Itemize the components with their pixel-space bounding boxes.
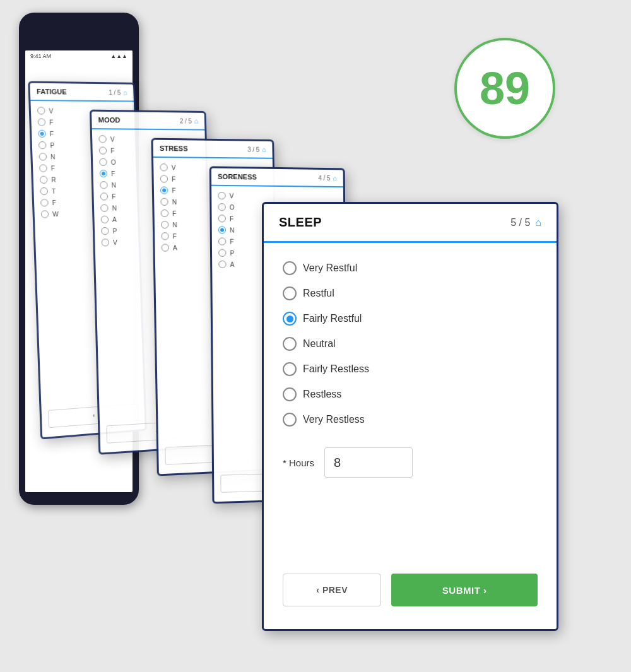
radio-btn[interactable] (37, 107, 45, 114)
radio-btn[interactable] (38, 141, 47, 149)
radio-btn[interactable] (100, 181, 108, 189)
fatigue-progress: 1 / 5 (109, 89, 121, 96)
radio-btn[interactable] (160, 163, 167, 171)
mood-meta: 2 / 5 ⌂ (180, 117, 199, 124)
signal: ▲▲▲ (110, 53, 127, 59)
label-restful: Restful (303, 288, 334, 299)
radio-btn[interactable] (161, 209, 168, 217)
option-neutral[interactable]: Neutral (283, 331, 538, 357)
fatigue-title: FATIGUE (37, 88, 67, 96)
radio-btn-selected[interactable] (160, 187, 168, 194)
radio-btn-very-restless[interactable] (283, 413, 297, 427)
fatigue-home-icon: ⌂ (123, 89, 127, 97)
main-scene: 89 9:41 AM ▲▲▲ FATIGUE 1 / 5 ⌂ V F F P N… (0, 0, 631, 672)
fatigue-meta: 1 / 5 ⌂ (109, 88, 127, 96)
radio-btn[interactable] (100, 192, 109, 200)
stress-progress: 3 / 5 (247, 146, 259, 153)
soreness-header: SORENESS 4 / 5 ⌂ (211, 168, 343, 187)
radio-btn[interactable] (101, 216, 109, 223)
score-value: 89 (480, 66, 530, 111)
radio-btn[interactable] (100, 204, 109, 212)
radio-btn-selected[interactable] (218, 226, 226, 233)
radio-btn[interactable] (218, 238, 226, 245)
radio-btn[interactable] (218, 249, 226, 257)
radio-btn[interactable] (161, 221, 168, 228)
radio-btn[interactable] (39, 164, 47, 172)
sleep-body: Very Restful Restful Fairly Restful Neut… (264, 243, 557, 490)
option-restless[interactable]: Restless (283, 382, 538, 407)
radio-btn[interactable] (40, 199, 49, 206)
time: 9:41 AM (30, 53, 51, 59)
label-very-restless: Very Restless (303, 414, 365, 425)
option-fairly-restless[interactable]: Fairly Restless (283, 357, 538, 382)
label-very-restful: Very Restful (303, 262, 357, 274)
stress-header: STRESS 3 / 5 ⌂ (153, 140, 273, 159)
option-fairly-restful[interactable]: Fairly Restful (283, 306, 538, 331)
sleep-meta: 5 / 5 ⌂ (510, 217, 541, 228)
sleep-progress: 5 / 5 (510, 217, 530, 228)
stress-meta: 3 / 5 ⌂ (247, 146, 266, 153)
radio-btn[interactable] (160, 175, 168, 182)
radio-btn[interactable] (99, 147, 107, 155)
label-neutral: Neutral (303, 338, 336, 350)
radio-btn[interactable] (102, 239, 110, 246)
sleep-home-icon[interactable]: ⌂ (535, 217, 541, 228)
radio-btn-restful[interactable] (283, 286, 297, 300)
stress-title: STRESS (160, 144, 188, 153)
radio-btn[interactable] (101, 227, 109, 235)
score-circle: 89 (454, 38, 555, 139)
radio-btn-fairly-restful-selected[interactable] (283, 312, 297, 326)
radio-btn[interactable] (218, 215, 226, 222)
hours-label: * Hours (283, 457, 314, 468)
option-very-restless[interactable]: Very Restless (283, 407, 538, 432)
radio-btn[interactable] (218, 192, 225, 199)
hours-row: * Hours (283, 447, 538, 478)
sleep-header: SLEEP 5 / 5 ⌂ (264, 204, 557, 243)
prev-button[interactable]: ‹ PREV (283, 574, 381, 606)
submit-button[interactable]: SUBMIT › (391, 574, 538, 606)
radio-btn[interactable] (99, 158, 107, 166)
label-fairly-restful: Fairly Restful (303, 313, 362, 324)
list-item: V (218, 190, 337, 203)
radio-btn[interactable] (38, 119, 46, 126)
radio-btn-restless[interactable] (283, 387, 297, 401)
mood-title: MOOD (98, 116, 120, 124)
radio-btn[interactable] (39, 153, 47, 160)
status-bar: 9:41 AM ▲▲▲ (25, 50, 133, 62)
radio-btn-neutral[interactable] (283, 337, 297, 351)
radio-btn[interactable] (161, 232, 168, 240)
label-fairly-restless: Fairly Restless (303, 363, 369, 375)
option-restful[interactable]: Restful (283, 281, 538, 306)
soreness-progress: 4 / 5 (318, 174, 330, 181)
radio-btn-selected[interactable] (100, 170, 108, 177)
stress-home-icon: ⌂ (262, 146, 266, 153)
hours-input[interactable] (324, 447, 413, 478)
sleep-footer: ‹ PREV SUBMIT › (264, 563, 557, 616)
mood-progress: 2 / 5 (180, 117, 192, 124)
radio-btn[interactable] (160, 198, 168, 206)
sleep-title: SLEEP (279, 215, 322, 230)
soreness-home-icon: ⌂ (333, 174, 337, 182)
option-very-restful[interactable]: Very Restful (283, 256, 538, 281)
radio-btn[interactable] (41, 210, 49, 218)
soreness-title: SORENESS (218, 173, 257, 181)
radio-btn-selected[interactable] (38, 130, 46, 138)
radio-btn[interactable] (218, 261, 226, 268)
radio-btn[interactable] (40, 176, 48, 184)
card-sleep: SLEEP 5 / 5 ⌂ Very Restful Restful Fairl… (262, 202, 558, 631)
radio-btn[interactable] (40, 187, 48, 195)
radio-btn-fairly-restless[interactable] (283, 362, 297, 376)
soreness-meta: 4 / 5 ⌂ (318, 174, 337, 182)
radio-btn-very-restful[interactable] (283, 261, 297, 275)
radio-btn[interactable] (98, 135, 107, 143)
label-restless: Restless (303, 389, 341, 400)
radio-btn[interactable] (218, 203, 226, 211)
mood-header: MOOD 2 / 5 ⌂ (91, 112, 204, 131)
mood-home-icon: ⌂ (194, 117, 199, 125)
fatigue-header: FATIGUE 1 / 5 ⌂ (30, 83, 134, 102)
radio-btn[interactable] (162, 244, 169, 251)
